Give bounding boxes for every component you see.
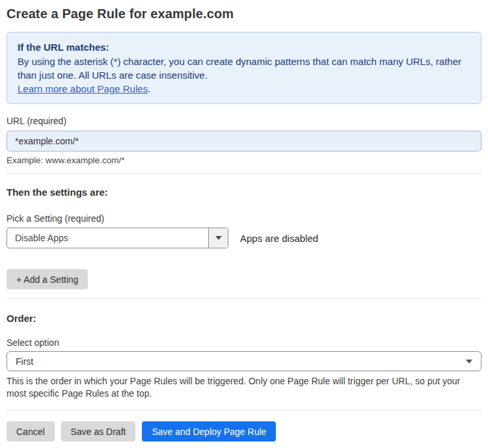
order-select-label: Select option xyxy=(7,337,481,348)
url-example-helper: Example: www.example.com/* xyxy=(7,155,481,165)
cancel-button[interactable]: Cancel xyxy=(7,421,55,441)
url-match-info-box: If the URL matches: By using the asteris… xyxy=(7,32,481,104)
chevron-down-icon xyxy=(466,360,472,363)
order-helper-text: This is the order in which your Page Rul… xyxy=(7,375,475,400)
setting-dropdown-row: Disable Apps Apps are disabled xyxy=(7,228,481,248)
chevron-down-icon xyxy=(215,236,222,240)
save-and-deploy-button[interactable]: Save and Deploy Page Rule xyxy=(142,421,276,441)
info-box-heading: If the URL matches: xyxy=(18,40,470,54)
divider xyxy=(7,173,481,174)
learn-more-link[interactable]: Learn more about Page Rules xyxy=(18,83,148,94)
create-page-rule-form: Create a Page Rule for example.com If th… xyxy=(0,0,488,448)
order-section-heading: Order: xyxy=(7,313,481,324)
settings-section-heading: Then the settings are: xyxy=(7,187,481,198)
setting-dropdown-value: Disable Apps xyxy=(7,228,208,248)
page-title: Create a Page Rule for example.com xyxy=(7,7,481,21)
divider xyxy=(7,410,481,411)
url-field-label: URL (required) xyxy=(7,116,481,126)
link-suffix: . xyxy=(148,83,150,94)
pick-setting-label: Pick a Setting (required) xyxy=(7,213,481,224)
add-setting-button[interactable]: + Add a Setting xyxy=(7,269,88,289)
footer-button-row: Cancel Save as Draft Save and Deploy Pag… xyxy=(7,421,481,441)
info-box-body: By using the asterisk (*) character, you… xyxy=(18,55,470,82)
setting-dropdown-arrow-button[interactable] xyxy=(208,228,228,248)
setting-dropdown[interactable]: Disable Apps xyxy=(7,228,228,248)
save-as-draft-button[interactable]: Save as Draft xyxy=(61,421,136,441)
info-box-link-line: Learn more about Page Rules. xyxy=(18,82,470,96)
url-input[interactable] xyxy=(7,131,481,152)
order-select[interactable]: First xyxy=(7,351,481,371)
setting-status-text: Apps are disabled xyxy=(240,233,318,244)
divider xyxy=(7,298,481,298)
order-select-value: First xyxy=(16,356,33,367)
